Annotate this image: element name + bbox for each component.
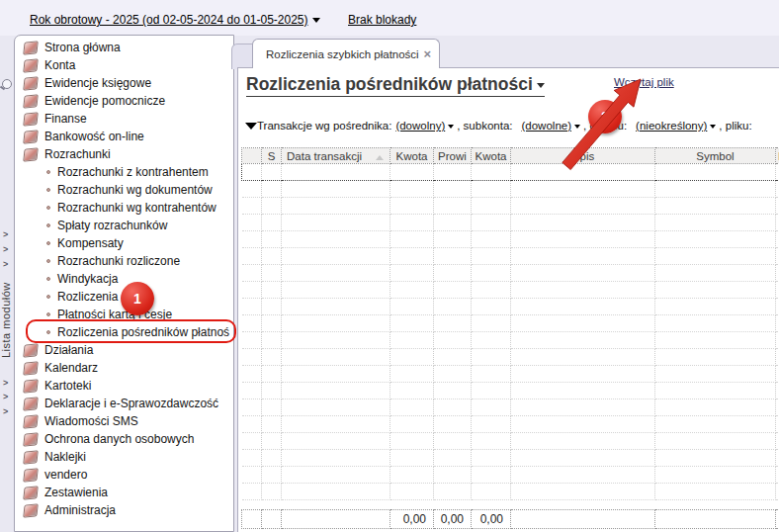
sidebar-item-finanse[interactable]: Finanse	[15, 110, 233, 128]
table-cell[interactable]	[390, 282, 434, 299]
table-cell[interactable]	[472, 383, 511, 399]
table-cell[interactable]	[511, 181, 655, 198]
table-cell[interactable]	[655, 484, 776, 500]
table-cell[interactable]	[434, 383, 472, 399]
expand-chevron-icon[interactable]: >	[3, 229, 8, 239]
table-cell[interactable]	[262, 231, 282, 248]
sidebar-subitem-rozrachunki-wg-dokumentow[interactable]: Rozrachunki wg dokumentów	[15, 181, 233, 199]
table-cell[interactable]	[434, 181, 472, 198]
table-cell[interactable]	[655, 231, 776, 248]
table-cell[interactable]	[472, 467, 511, 484]
table-cell[interactable]	[434, 332, 472, 349]
table-cell[interactable]	[655, 315, 776, 332]
table-cell[interactable]	[655, 299, 776, 315]
fiscal-year-selector[interactable]: Rok obrotowy - 2025 (od 02-05-2024 do 01…	[30, 13, 320, 27]
table-cell[interactable]	[242, 181, 262, 198]
column-header-opis[interactable]: Opis	[511, 148, 655, 164]
table-cell[interactable]	[511, 416, 655, 433]
table-row[interactable]	[242, 299, 779, 315]
table-cell[interactable]	[655, 433, 776, 450]
table-cell[interactable]	[655, 265, 776, 282]
sidebar-item-wiadomosci-sms[interactable]: Wiadomości SMS	[15, 412, 233, 430]
table-cell[interactable]	[262, 433, 282, 450]
table-row[interactable]	[242, 315, 779, 332]
table-cell[interactable]	[242, 265, 262, 282]
table-cell[interactable]	[262, 198, 282, 215]
table-cell[interactable]	[390, 231, 434, 248]
table-row[interactable]	[242, 231, 779, 248]
table-cell[interactable]	[242, 416, 262, 433]
sidebar-item-bankowosc-online[interactable]: Bankowość on-line	[15, 128, 233, 145]
filter-posrednik-dropdown[interactable]: (dowolny)	[395, 120, 454, 132]
table-cell[interactable]	[282, 399, 390, 416]
table-cell[interactable]	[242, 366, 262, 383]
table-cell[interactable]	[776, 181, 779, 198]
sidebar-item-administracja[interactable]: Administracja	[15, 501, 233, 519]
table-row[interactable]	[242, 198, 779, 215]
sidebar-item-ochrona-danych[interactable]: Ochrona danych osobowych	[15, 430, 233, 448]
table-cell[interactable]	[262, 366, 282, 383]
table-cell[interactable]	[390, 181, 434, 198]
table-cell[interactable]	[776, 215, 779, 231]
table-cell[interactable]	[262, 484, 282, 500]
table-cell[interactable]	[282, 198, 390, 215]
table-cell[interactable]	[655, 198, 776, 215]
expand-chevron-icon[interactable]: >	[3, 406, 8, 416]
table-cell[interactable]	[262, 450, 282, 467]
sidebar-item-kalendarz[interactable]: Kalendarz	[15, 359, 233, 377]
filter-okres-dropdown[interactable]: (nieokreślony)	[636, 120, 716, 132]
table-cell[interactable]	[434, 433, 472, 450]
table-row[interactable]	[242, 366, 779, 383]
sidebar-subitem-splaty-rozrachunkow[interactable]: Spłaty rozrachunków	[15, 217, 233, 234]
table-cell[interactable]	[282, 231, 390, 248]
table-cell[interactable]	[390, 198, 434, 215]
table-cell[interactable]	[776, 198, 779, 215]
table-cell[interactable]	[655, 366, 776, 383]
column-header-gutter[interactable]	[242, 148, 262, 164]
table-cell[interactable]	[282, 299, 390, 315]
table-cell[interactable]	[511, 315, 655, 332]
table-cell[interactable]	[390, 383, 434, 399]
table-row[interactable]	[242, 399, 779, 416]
table-row[interactable]	[242, 467, 779, 484]
table-cell[interactable]	[390, 315, 434, 332]
table-row[interactable]	[242, 383, 779, 399]
table-cell[interactable]	[282, 349, 390, 366]
table-cell[interactable]	[242, 433, 262, 450]
sidebar-item-dzialania[interactable]: Działania	[15, 341, 233, 359]
table-cell[interactable]	[776, 265, 779, 282]
table-cell[interactable]	[262, 164, 282, 181]
table-row[interactable]	[242, 484, 779, 500]
close-icon[interactable]: ×	[423, 49, 431, 59]
sidebar-item-kartoteki[interactable]: Kartoteki	[15, 377, 233, 395]
table-cell[interactable]	[242, 299, 262, 315]
table-cell[interactable]	[242, 450, 262, 467]
table-cell[interactable]	[776, 231, 779, 248]
expand-chevron-icon[interactable]: >	[3, 378, 8, 388]
table-cell[interactable]	[434, 315, 472, 332]
sidebar-item-ewidencje-ksiegowe[interactable]: Ewidencje księgowe	[15, 74, 233, 92]
table-cell[interactable]	[242, 399, 262, 416]
filter-toggle-button[interactable]	[245, 123, 257, 130]
table-cell[interactable]	[434, 399, 472, 416]
expand-chevron-icon[interactable]: >	[3, 392, 8, 401]
table-cell[interactable]	[472, 399, 511, 416]
sidebar-item-ewidencje-pomocnicze[interactable]: Ewidencje pomocnicze	[15, 92, 233, 110]
table-cell[interactable]	[472, 164, 511, 181]
table-cell[interactable]	[472, 181, 511, 198]
table-cell[interactable]	[655, 349, 776, 366]
table-cell[interactable]	[390, 433, 434, 450]
table-cell[interactable]	[282, 265, 390, 282]
filter-subkonta-dropdown[interactable]: (dowolne)	[522, 120, 581, 132]
table-cell[interactable]	[262, 383, 282, 399]
table-cell[interactable]	[282, 383, 390, 399]
table-cell[interactable]	[242, 349, 262, 366]
table-cell[interactable]	[390, 399, 434, 416]
table-cell[interactable]	[282, 282, 390, 299]
table-cell[interactable]	[390, 299, 434, 315]
sidebar-subitem-windykacja[interactable]: Windykacja	[15, 270, 233, 288]
table-cell[interactable]	[262, 399, 282, 416]
table-cell[interactable]	[511, 265, 655, 282]
table-cell[interactable]	[472, 231, 511, 248]
table-cell[interactable]	[655, 164, 776, 181]
